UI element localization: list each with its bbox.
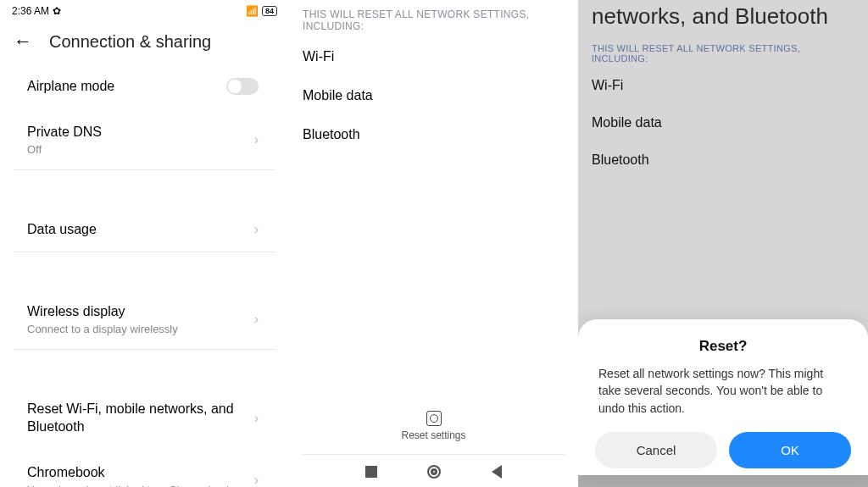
nav-back-icon[interactable] bbox=[492, 465, 502, 479]
status-bar: 2:36 AM ✿ 📶 84 bbox=[0, 0, 289, 19]
signal-icon: 📶 bbox=[246, 5, 259, 17]
dialog-title: Reset? bbox=[595, 338, 851, 355]
dialog-body: Reset all network settings now? This mig… bbox=[595, 365, 851, 432]
reset-settings-label: Reset settings bbox=[289, 429, 578, 441]
list-item: Mobile data bbox=[289, 76, 578, 115]
nav-bar bbox=[289, 465, 578, 479]
dnd-icon: ✿ bbox=[53, 5, 61, 17]
wireless-display-sub: Connect to a display wirelessly bbox=[27, 323, 254, 335]
airplane-mode-row[interactable]: Airplane mode bbox=[14, 64, 275, 110]
list-item: Bluetooth bbox=[289, 115, 578, 154]
list-item: Wi-Fi bbox=[289, 37, 578, 76]
settings-connection-sharing: 2:36 AM ✿ 📶 84 ← Connection & sharing Ai… bbox=[0, 0, 289, 487]
reset-confirm-dialog: Reset? Reset all network settings now? T… bbox=[578, 319, 868, 475]
ok-button[interactable]: OK bbox=[729, 432, 851, 468]
private-dns-label: Private DNS bbox=[27, 124, 254, 141]
reset-networks-row[interactable]: Reset Wi-Fi, mobile networks, and Blueto… bbox=[14, 387, 275, 451]
data-usage-label: Data usage bbox=[27, 221, 254, 239]
reset-settings-screen: THIS WILL RESET ALL NETWORK SETTINGS, IN… bbox=[289, 0, 578, 487]
page-title: Connection & sharing bbox=[49, 32, 211, 52]
chromebook-sub: Your phone is not linked to a Chromebook bbox=[27, 484, 254, 487]
private-dns-value: Off bbox=[27, 143, 254, 156]
private-dns-row[interactable]: Private DNS Off › bbox=[14, 110, 275, 170]
chevron-right-icon: › bbox=[254, 132, 259, 147]
wireless-display-label: Wireless display bbox=[27, 303, 254, 321]
chevron-right-icon: › bbox=[254, 312, 259, 327]
reset-icon bbox=[426, 411, 442, 426]
battery-icon: 84 bbox=[262, 6, 277, 16]
reset-note: THIS WILL RESET ALL NETWORK SETTINGS, IN… bbox=[289, 0, 578, 37]
data-usage-row[interactable]: Data usage › bbox=[14, 208, 275, 253]
chromebook-label: Chromebook bbox=[27, 464, 254, 482]
status-time: 2:36 AM bbox=[12, 5, 49, 17]
cancel-button[interactable]: Cancel bbox=[595, 432, 717, 468]
back-arrow-icon[interactable]: ← bbox=[8, 30, 32, 53]
reset-settings-button[interactable]: Reset settings bbox=[289, 411, 578, 441]
nav-home-icon[interactable] bbox=[427, 465, 441, 479]
airplane-mode-label: Airplane mode bbox=[27, 78, 226, 96]
chevron-right-icon: › bbox=[254, 411, 259, 426]
reset-confirm-screen: networks, and Bluetooth THIS WILL RESET … bbox=[578, 0, 868, 487]
nav-recent-icon[interactable] bbox=[365, 466, 377, 478]
wireless-display-row[interactable]: Wireless display Connect to a display wi… bbox=[14, 290, 275, 350]
airplane-mode-toggle[interactable] bbox=[226, 78, 259, 95]
reset-networks-label: Reset Wi-Fi, mobile networks, and Blueto… bbox=[27, 401, 254, 436]
chromebook-row[interactable]: Chromebook Your phone is not linked to a… bbox=[14, 451, 275, 487]
chevron-right-icon: › bbox=[254, 473, 259, 487]
divider bbox=[303, 454, 565, 455]
chevron-right-icon: › bbox=[254, 222, 259, 237]
nav-bar-dimmed bbox=[578, 475, 868, 487]
